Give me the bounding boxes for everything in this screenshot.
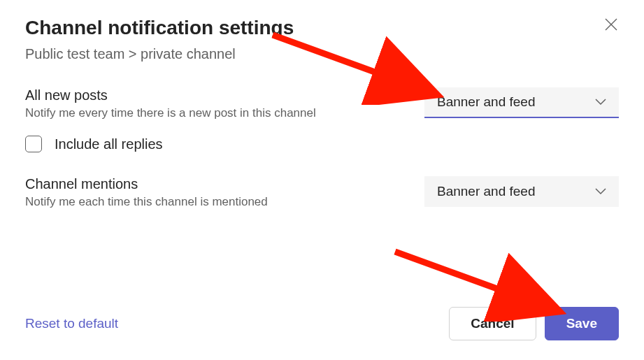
breadcrumb: Public test team > private channel	[25, 46, 294, 62]
dialog-title: Channel notification settings	[25, 17, 294, 39]
setting-channel-mentions: Channel mentions Notify me each time thi…	[25, 176, 619, 209]
checkbox-include-replies[interactable]	[25, 136, 42, 152]
setting-desc-channel-mentions: Notify me each time this channel is ment…	[25, 195, 424, 209]
svg-line-1	[395, 252, 549, 308]
dialog-footer: Reset to default Cancel Save	[25, 307, 619, 340]
cancel-button[interactable]: Cancel	[449, 307, 536, 340]
dropdown-value-all-new-posts: Banner and feed	[437, 94, 536, 110]
dropdown-value-channel-mentions: Banner and feed	[437, 184, 536, 199]
close-icon	[605, 17, 617, 34]
setting-all-new-posts: All new posts Notify me every time there…	[25, 87, 619, 120]
setting-title-all-new-posts: All new posts	[25, 87, 424, 103]
reset-to-default-link[interactable]: Reset to default	[25, 316, 118, 331]
dropdown-channel-mentions[interactable]: Banner and feed	[424, 176, 619, 207]
save-button[interactable]: Save	[545, 307, 619, 340]
checkbox-label-include-replies: Include all replies	[55, 136, 163, 152]
dropdown-all-new-posts[interactable]: Banner and feed	[424, 87, 619, 118]
chevron-down-icon	[595, 99, 606, 106]
setting-title-channel-mentions: Channel mentions	[25, 176, 424, 192]
setting-desc-all-new-posts: Notify me every time there is a new post…	[25, 106, 424, 120]
close-button[interactable]	[603, 17, 619, 35]
checkbox-row-include-replies: Include all replies	[25, 136, 619, 152]
chevron-down-icon	[595, 188, 606, 195]
